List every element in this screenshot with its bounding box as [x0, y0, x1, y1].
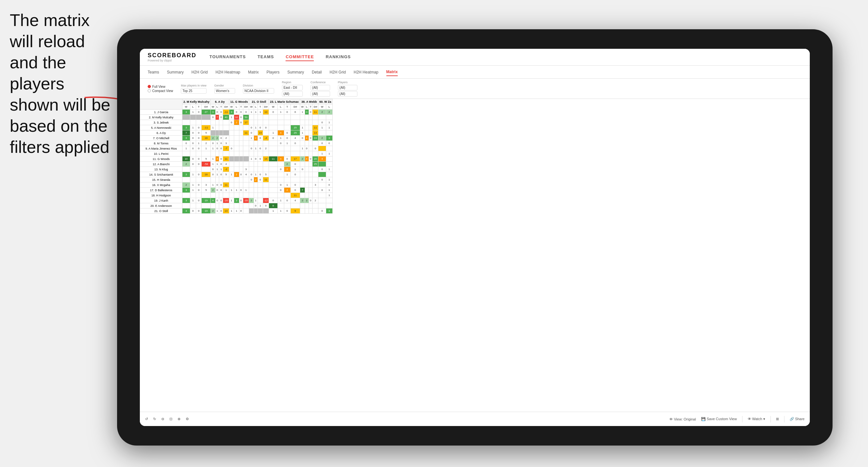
conference-sub-select[interactable]: (All): [311, 91, 330, 97]
nav-tournaments[interactable]: TOURNAMENTS: [210, 53, 246, 61]
matrix-cell: [239, 125, 243, 130]
watch-button[interactable]: 👁 Watch ▾: [748, 417, 765, 421]
matrix-cell: [318, 162, 326, 167]
matrix-cell: [263, 209, 269, 214]
matrix-cell: [196, 120, 202, 125]
matrix-cell: 7: [300, 188, 305, 193]
full-view-option[interactable]: Full View: [148, 85, 173, 89]
matrix-cell: [211, 193, 216, 198]
matrix-cell: [284, 125, 290, 130]
zoom-in-button[interactable]: ⊕: [178, 417, 181, 421]
division-select[interactable]: NCAA Division II: [243, 88, 274, 94]
matrix-cell: [249, 167, 254, 172]
matrix-cell: 0: [190, 130, 196, 135]
subnav-summary1[interactable]: Summary: [167, 69, 183, 76]
matrix-cell: 0: [219, 198, 223, 203]
matrix-cell: 3: [211, 110, 216, 115]
matrix-cell: 1: [326, 120, 333, 125]
matrix-cell: [229, 151, 234, 156]
matrix-cell: 8: [269, 203, 278, 209]
subnav-matrix2[interactable]: Matrix: [386, 68, 398, 76]
subnav-h2hheatmap1[interactable]: H2H Heatmap: [216, 69, 240, 76]
matrix-cell: 1: [190, 110, 196, 115]
matrix-cell: 1: [300, 146, 305, 151]
wlt-l6: L: [305, 104, 309, 110]
wlt-d4: Dif: [263, 104, 269, 110]
matrix-cell: [269, 162, 278, 167]
main-content[interactable]: 2. M Kelly Mulcahy 6. A Dy 11. G Woods 2…: [140, 99, 810, 412]
undo-button[interactable]: ↺: [145, 417, 148, 421]
view-original-button[interactable]: 👁 View: Original: [669, 417, 696, 421]
region-sub-select[interactable]: (All): [282, 91, 303, 97]
table-row: 18. H Hodgson111: [140, 193, 333, 198]
matrix-cell: 0: [313, 146, 318, 151]
subnav-h2hgrid1[interactable]: H2H Grid: [191, 69, 208, 76]
matrix-cell: [229, 182, 234, 188]
matrix-cell: [249, 209, 254, 214]
zoom-fit-button[interactable]: ⊡: [169, 417, 173, 421]
players-select[interactable]: (All): [338, 85, 358, 90]
subnav-players[interactable]: Players: [266, 69, 279, 76]
wlt-t4: T: [257, 104, 263, 110]
wlt-d5: Dif: [290, 104, 300, 110]
wlt-d6: Dif: [313, 104, 318, 110]
full-view-radio[interactable]: [148, 85, 151, 88]
matrix-table: 2. M Kelly Mulcahy 6. A Dy 11. G Woods 2…: [140, 99, 333, 214]
matrix-cell: [269, 167, 278, 172]
conference-select[interactable]: (All): [311, 85, 330, 90]
compact-view-radio[interactable]: [148, 89, 151, 92]
players-sub-select[interactable]: (All): [338, 91, 358, 97]
gender-select[interactable]: Women's: [214, 88, 235, 94]
col-header-schumac: 23. L Marie Schumac: [269, 99, 300, 104]
region-select[interactable]: East - DII: [282, 85, 303, 90]
matrix-cell: 3: [182, 198, 190, 203]
subnav-h2hheatmap2[interactable]: H2H Heatmap: [353, 69, 378, 76]
subnav-h2hgrid2[interactable]: H2H Grid: [330, 69, 346, 76]
settings-button[interactable]: ⚙: [186, 417, 189, 421]
matrix-cell: [326, 130, 333, 135]
row-player-name: 14. S Srichantamit: [140, 172, 182, 177]
matrix-cell: 1: [300, 110, 305, 115]
redo-button[interactable]: ↻: [153, 417, 156, 421]
matrix-cell: [215, 193, 219, 198]
matrix-cell: 0: [284, 198, 290, 203]
share-button[interactable]: 🔗 Share: [789, 417, 805, 421]
matrix-cell: [263, 115, 269, 120]
matrix-cell: [229, 177, 234, 182]
max-players-select[interactable]: Top 25: [181, 88, 207, 94]
matrix-cell: 13: [313, 130, 318, 135]
subnav-teams[interactable]: Teams: [148, 69, 159, 76]
subnav-matrix1[interactable]: Matrix: [248, 69, 259, 76]
subnav-detail[interactable]: Detail: [312, 69, 322, 76]
matrix-cell: 0: [318, 177, 326, 182]
nav-teams[interactable]: TEAMS: [257, 53, 274, 61]
matrix-cell: 5: [202, 130, 211, 135]
nav-committee[interactable]: COMMITTEE: [285, 53, 314, 61]
compact-view-option[interactable]: Compact View: [148, 89, 173, 93]
annotation-text: The matrix will reload and the players s…: [10, 10, 114, 158]
matrix-cell: [239, 156, 243, 162]
matrix-cell: 1: [211, 162, 216, 167]
subnav-summary2[interactable]: Summary: [287, 69, 304, 76]
matrix-cell: [263, 193, 269, 198]
matrix-cell: [239, 177, 243, 182]
matrix-cell: 0: [257, 125, 263, 130]
matrix-cell: 0: [284, 135, 290, 141]
table-row: 1. J Garcia31027300-11300011110010613011…: [140, 110, 333, 115]
matrix-cell: 0: [196, 209, 202, 214]
matrix-cell: [243, 177, 249, 182]
nav-rankings[interactable]: RANKINGS: [326, 53, 350, 61]
matrix-cell: [211, 203, 216, 209]
save-custom-button[interactable]: 💾 Save Custom View: [701, 417, 737, 421]
grid-button[interactable]: ⊞: [776, 417, 779, 421]
zoom-out-button[interactable]: ⊖: [161, 417, 164, 421]
matrix-container[interactable]: 2. M Kelly Mulcahy 6. A Dy 11. G Woods 2…: [140, 99, 810, 412]
matrix-cell: [300, 162, 305, 167]
matrix-cell: [305, 130, 309, 135]
matrix-cell: 0: [300, 167, 305, 172]
matrix-cell: 0: [196, 146, 202, 151]
sub-nav: Teams Summary H2H Grid H2H Heatmap Matri…: [140, 66, 810, 79]
matrix-cell: [223, 203, 229, 209]
wlt-l1: L: [190, 104, 196, 110]
row-player-name: 7. O Mitchell: [140, 135, 182, 141]
